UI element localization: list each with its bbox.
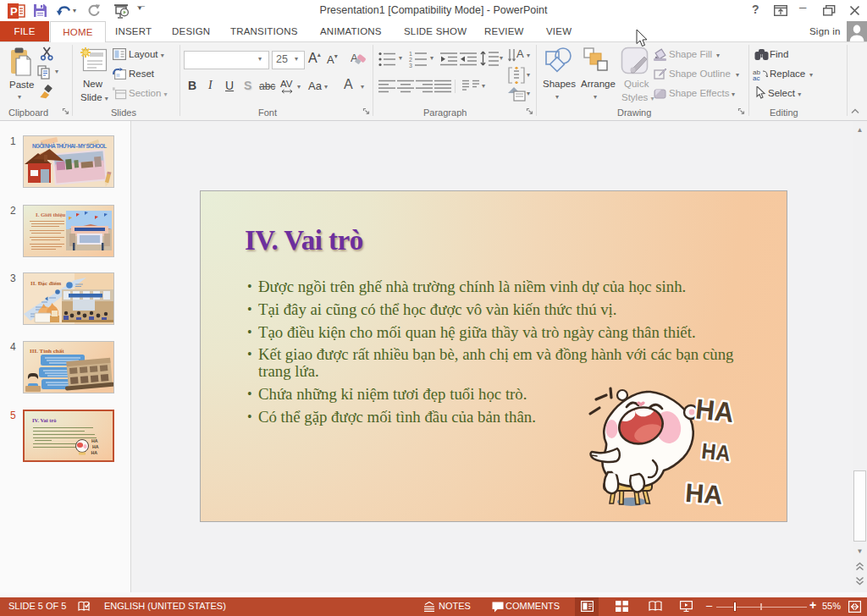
svg-text:1: 1 [409,51,412,57]
svg-text:NGÔI NHÀ THỨ HAI - MY SCHOOL: NGÔI NHÀ THỨ HAI - MY SCHOOL [32,142,107,149]
svg-text:3: 3 [409,63,412,68]
svg-text:I. Giới thiệu: I. Giới thiệu [36,212,66,217]
svg-text:2: 2 [409,57,412,63]
svg-text:HA: HA [91,438,98,443]
svg-text:A: A [516,47,524,60]
svg-text:HA: HA [91,450,98,455]
svg-text:ac: ac [753,74,759,80]
svg-text:HA: HA [684,478,723,510]
svg-text:III. Tính chất: III. Tính chất [30,348,64,355]
svg-text:HA: HA [694,393,736,429]
svg-text:IV. Vai trò: IV. Vai trò [32,417,57,423]
svg-text:II. Đặc điểm: II. Đặc điểm [30,280,61,286]
svg-text:HA: HA [700,438,732,466]
svg-text:HA: HA [92,444,99,449]
